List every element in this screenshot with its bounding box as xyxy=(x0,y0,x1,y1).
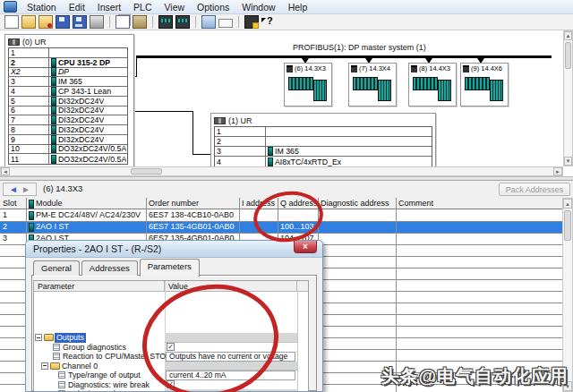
column-header-slot[interactable]: Slot xyxy=(3,198,26,209)
scroll-right-icon[interactable]: ► xyxy=(553,167,562,175)
table-gridline xyxy=(0,221,562,222)
download-icon[interactable] xyxy=(158,15,173,29)
upload-icon[interactable] xyxy=(175,15,190,29)
scrollbar-thumb[interactable] xyxy=(565,42,571,69)
scroll-up-icon[interactable]: ▲ xyxy=(564,31,572,40)
rack-row[interactable]: 6DI32xDC24V xyxy=(9,107,127,116)
menu-window[interactable]: Window xyxy=(235,1,281,13)
rack-row[interactable]: 4AI8xTC/4xRTD_Ex xyxy=(215,157,432,166)
tab-parameters[interactable]: Parameters xyxy=(140,259,200,277)
pack-addresses-button[interactable]: Pack Addresses xyxy=(499,183,570,196)
module-cell: AI8xTC/4xRTD_Ex xyxy=(266,158,341,166)
parameter-row[interactable]: Group diagnostics✓ xyxy=(34,343,308,353)
slot-cell: 2 xyxy=(9,58,49,67)
help-select-icon[interactable] xyxy=(261,16,274,28)
parameter-row[interactable]: Channel 0 xyxy=(34,362,308,371)
menu-station[interactable]: Station xyxy=(21,1,63,13)
dp-slave-8[interactable]: (8) 14.4X3 xyxy=(408,63,457,107)
menu-edit[interactable]: Edit xyxy=(63,1,91,13)
station-work-area: PROFIBUS(1): DP master system (1) (0) UR… xyxy=(0,30,573,176)
cell-comment xyxy=(396,209,562,221)
rack-row[interactable]: 2CPU 315-2 DP xyxy=(9,58,127,68)
rack-row[interactable]: 9DI32xDC24V xyxy=(9,135,127,145)
menu-plc[interactable]: PLC xyxy=(127,1,158,13)
tab-addresses[interactable]: Addresses xyxy=(81,260,138,276)
value-cell: ✓ xyxy=(165,380,297,390)
scrollbar-thumb[interactable] xyxy=(564,210,571,241)
close-icon[interactable]: × xyxy=(294,241,317,253)
module-cell: DI32xDC24V xyxy=(49,97,104,106)
column-header-i-address[interactable]: I address xyxy=(242,198,278,209)
parameter-row[interactable]: Type/range of outputcurrent 4..20 mA xyxy=(34,371,308,380)
value-field[interactable]: Outputs have no current or voltage xyxy=(166,352,295,362)
column-header-order-number[interactable]: Order number xyxy=(149,198,239,209)
network-config-icon[interactable] xyxy=(244,15,259,29)
rack-row[interactable]: 7DI32xDC24V xyxy=(9,115,127,125)
dp-slave-9[interactable]: (9) 14.4X6 xyxy=(460,63,509,107)
scrollbar-thumb[interactable] xyxy=(131,168,162,175)
watermark: 头条@电气自动化应用 xyxy=(381,364,569,388)
rack-row[interactable]: X2DP xyxy=(9,68,127,78)
previous-station-arrow-icon[interactable]: ◄ xyxy=(9,184,18,194)
value-field[interactable]: current 4..20 mA xyxy=(166,371,295,380)
open-online-icon[interactable] xyxy=(38,15,53,29)
scroll-left-icon[interactable]: ◄ xyxy=(1,167,10,175)
vertical-scrollbar[interactable]: ▲▼ xyxy=(562,198,573,392)
rack-0-window[interactable]: (0) UR12CPU 315-2 DPX2DP3IM 3654CP 343-1… xyxy=(4,34,134,167)
rack-row[interactable]: 8DI32xDC24V xyxy=(9,125,127,135)
checkbox-checked[interactable]: ✓ xyxy=(167,343,175,351)
rack-row[interactable]: 1 xyxy=(215,127,432,137)
dp-slave-7[interactable]: (7) 14.3X4 xyxy=(348,63,397,107)
module-icon xyxy=(51,144,56,153)
column-header-comment[interactable]: Comment xyxy=(398,198,562,209)
scroll-up-icon[interactable]: ▲ xyxy=(563,199,572,209)
checkbox-checked[interactable]: ✓ xyxy=(167,380,175,388)
column-header-module[interactable]: Module xyxy=(29,198,146,209)
tab-general[interactable]: General xyxy=(33,260,80,276)
save-compile-icon[interactable] xyxy=(73,15,87,29)
catalog-icon[interactable] xyxy=(201,15,216,29)
folder-icon xyxy=(50,362,60,370)
rack-row[interactable]: 11DO32xDC24V/0.5A xyxy=(9,154,127,164)
dp-connection-line xyxy=(136,56,137,77)
parameter-label: Type/range of output xyxy=(68,371,141,380)
new-icon[interactable] xyxy=(4,15,19,29)
horizontal-scrollbar[interactable]: ◄► xyxy=(0,166,563,176)
menu-insert[interactable]: Insert xyxy=(91,1,127,13)
vertical-scrollbar[interactable]: ▲▼ xyxy=(563,30,573,166)
parameter-row[interactable]: Reaction to CPU/Master STOPOutputs have … xyxy=(34,352,308,362)
save-icon[interactable] xyxy=(56,15,70,29)
print-icon[interactable] xyxy=(90,15,104,29)
copy-icon[interactable] xyxy=(115,15,130,29)
rack-row[interactable]: 5DI32xDC24V xyxy=(9,97,127,107)
open-icon[interactable] xyxy=(21,15,36,29)
rack-row[interactable]: 4CP 343-1 Lean xyxy=(9,87,127,97)
rack-row[interactable]: 3IM 365 xyxy=(215,147,432,157)
menu-view[interactable]: View xyxy=(158,1,192,13)
rack-row[interactable]: 1 xyxy=(9,48,127,58)
address-overview-icon[interactable] xyxy=(218,19,233,28)
menu-help[interactable]: Help xyxy=(282,1,314,13)
parameter-row[interactable]: Diagnostics: wire break✓ xyxy=(34,380,308,390)
rack-title-label: (1) UR xyxy=(228,116,252,125)
tree-collapse-icon[interactable] xyxy=(41,362,48,370)
parameter-row[interactable]: Outputs xyxy=(34,333,308,343)
table-row[interactable]: 1PM-E DC24/48V/ AC24/230V6ES7 138-4CB10-… xyxy=(0,209,562,221)
tree-collapse-icon[interactable] xyxy=(35,334,42,341)
dp-slave-graphic xyxy=(353,75,392,102)
rack-row[interactable]: 3IM 365 xyxy=(9,77,127,87)
paste-icon[interactable] xyxy=(133,15,147,29)
table-row[interactable]: 22AO I ST6ES7 135-4GB01-0AB0100...103 xyxy=(0,221,562,233)
dp-slave-6[interactable]: (6) 14.3X3 xyxy=(284,63,332,107)
rack-1-window[interactable]: (1) UR123IM 3654AI8xTC/4xRTD_Ex xyxy=(210,113,436,170)
dialog-title-bar[interactable]: Properties - 2AO I ST - (R-/S2) × xyxy=(26,241,322,258)
cell-q: 100...103 xyxy=(278,221,318,233)
module-cell: DO32xDC24V/0.5A xyxy=(49,155,126,164)
rack-row[interactable]: 2 xyxy=(215,137,432,147)
scroll-down-icon[interactable]: ▼ xyxy=(564,157,572,166)
next-station-arrow-icon[interactable]: ► xyxy=(21,184,30,194)
menu-options[interactable]: Options xyxy=(191,1,235,13)
column-header-q-address[interactable]: Q address xyxy=(280,198,318,209)
column-header-diagnostic-address[interactable]: Diagnostic address xyxy=(321,198,396,209)
rack-row[interactable]: 10DO32xDC24V/0.5A xyxy=(9,145,127,155)
